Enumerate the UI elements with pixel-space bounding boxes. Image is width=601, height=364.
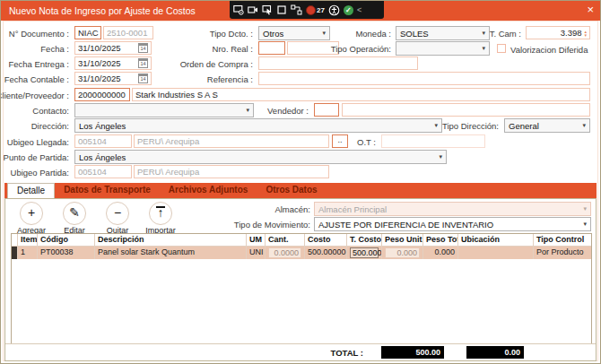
ot-field[interactable] xyxy=(381,134,485,148)
col-item[interactable]: Item xyxy=(18,234,38,247)
col-t-costo[interactable]: T. Costo xyxy=(347,234,382,247)
camera-icon[interactable] xyxy=(248,4,258,15)
tipo-direccion-select[interactable]: General ▾ xyxy=(504,118,590,133)
ubigeo-partida-label: Ubigeo Partida: xyxy=(11,168,69,178)
cliente-name-field: Stark Industries S A S xyxy=(132,88,590,101)
grid-row-1[interactable]: 1 PT00038 Panel solar Stark Quantum UNI … xyxy=(12,247,591,259)
importar-button[interactable]: ↑ Importar xyxy=(140,202,181,235)
ubigeo-partida-code-field: 005104 xyxy=(74,165,132,178)
agregar-button[interactable]: + Agregar xyxy=(11,202,52,235)
direccion-value: Los Ángeles xyxy=(79,121,126,131)
badge-dot-icon xyxy=(306,5,316,15)
accessibility-icon[interactable] xyxy=(328,4,340,16)
spinner-down-icon[interactable]: ▾ xyxy=(584,33,587,37)
col-peso-unit[interactable]: Peso Unit. xyxy=(382,234,423,247)
close-button[interactable]: × xyxy=(587,4,594,16)
tab-datos-transporte[interactable]: Datos de Transporte xyxy=(55,183,160,198)
orden-compra-field[interactable] xyxy=(258,56,418,70)
tipo-dcto-label: Tipo Dcto. : xyxy=(210,29,253,39)
total-value-1: 500.00 xyxy=(381,346,444,359)
tipo-direccion-label: Tipo Dirección: xyxy=(442,121,499,131)
cell-cant[interactable]: 0.0000 xyxy=(266,247,305,259)
tipo-direccion-value: General xyxy=(509,121,539,131)
fecha-contable-field[interactable]: 31/10/2025 14 xyxy=(74,72,152,85)
quitar-button[interactable]: − Quitar xyxy=(97,202,138,235)
col-peso-total[interactable]: Peso Tota xyxy=(423,234,458,247)
pointer-icon[interactable] xyxy=(262,4,273,15)
t-costo-input[interactable]: 500.000 xyxy=(350,247,379,258)
fecha-label: Fecha : xyxy=(40,44,69,54)
vendedor-code-field[interactable] xyxy=(314,103,339,117)
workflow-icon[interactable] xyxy=(291,4,302,15)
tipo-operacion-select[interactable]: ▾ xyxy=(396,41,490,56)
badge-count: 27 xyxy=(317,6,325,14)
cell-descripcion[interactable]: Panel solar Stark Quantum xyxy=(95,247,247,259)
cant-input[interactable]: 0.0000 xyxy=(268,247,301,258)
minus-icon: − xyxy=(106,202,129,225)
col-descripcion[interactable]: Descripción xyxy=(95,234,247,247)
editar-button[interactable]: ✎ Editar xyxy=(54,202,95,235)
col-ubicacion[interactable]: Ubicación xyxy=(458,234,534,247)
collapse-toolbar-icon[interactable]: < xyxy=(357,5,361,14)
detail-panel: + Agregar ✎ Editar − Quitar ↑ Importar A… xyxy=(4,198,597,361)
vendedor-label: Vendedor : xyxy=(267,106,309,116)
cell-codigo[interactable]: PT00038 xyxy=(38,247,95,259)
cell-item[interactable]: 1 xyxy=(18,247,38,259)
cell-tipo-control[interactable]: Por Producto xyxy=(534,247,591,259)
tipo-dcto-select[interactable]: Otros ▾ xyxy=(258,26,330,40)
peso-unit-input[interactable]: 0.000 xyxy=(385,247,420,258)
tab-detalle[interactable]: Detalle xyxy=(7,183,55,198)
cell-peso-total[interactable]: 0.000 xyxy=(423,247,458,259)
ubigeo-llegada-code-field: 005104 xyxy=(74,134,132,148)
status-ok-icon[interactable]: ✓ xyxy=(344,5,353,15)
col-um[interactable]: UM xyxy=(247,234,266,247)
chevron-down-icon: ▾ xyxy=(583,221,587,228)
col-cant[interactable]: Cant. xyxy=(266,234,305,247)
spinner-icons[interactable]: ▴ ▾ xyxy=(584,30,587,37)
punto-partida-select[interactable]: Los Ángeles ▾ xyxy=(74,150,447,164)
referencia-label: Referencia : xyxy=(207,74,253,84)
col-costo[interactable]: Costo xyxy=(305,234,347,247)
nro-real-serie-field[interactable] xyxy=(258,41,285,55)
contacto-select[interactable]: ▾ xyxy=(74,103,254,117)
calendar-icon[interactable]: 14 xyxy=(138,74,148,83)
grid-empty-area xyxy=(12,259,591,343)
cell-um[interactable]: UNI xyxy=(247,247,266,259)
tab-archivos-adjuntos[interactable]: Archivos Adjuntos xyxy=(160,183,257,198)
t-cam-stepper[interactable]: 3.398 ▴ ▾ xyxy=(526,26,590,39)
calendar-icon[interactable]: 14 xyxy=(138,43,148,53)
valorizacion-diferida-label: Valorizacion Diferida xyxy=(510,45,588,55)
fecha-entrega-label: Fecha Entrega : xyxy=(8,59,69,69)
tab-strip: Detalle Datos de Transporte Archivos Adj… xyxy=(4,183,597,198)
doc-serie-field[interactable]: NIAC xyxy=(74,26,101,39)
frame-icon[interactable] xyxy=(276,4,287,15)
moneda-label: Moneda : xyxy=(355,29,391,39)
col-tipo-control[interactable]: Tipo Control xyxy=(534,234,591,247)
fecha-entrega-field[interactable]: 31/10/2025 14 xyxy=(74,56,152,70)
vendedor-name-field[interactable] xyxy=(342,103,590,117)
window-title: Nuevo Nota de Ingreso por Ajuste de Cost… xyxy=(9,5,196,16)
fecha-field[interactable]: 31/10/2025 14 xyxy=(74,41,152,55)
cell-t-costo[interactable]: 500.000 xyxy=(347,247,382,259)
cell-costo[interactable]: 500.00000 xyxy=(305,247,347,259)
col-codigo[interactable]: Código xyxy=(38,234,95,247)
referencia-field[interactable] xyxy=(258,72,590,85)
screen-settings-icon[interactable] xyxy=(233,4,244,15)
tipo-movimiento-select[interactable]: AJUSTE POR DIFERENCIA DE INVENTARIO ▾ xyxy=(314,217,591,231)
orden-compra-label: Orden de Compra : xyxy=(180,59,253,69)
cell-ubicacion[interactable] xyxy=(458,247,534,259)
moneda-select[interactable]: SOLES ▾ xyxy=(396,26,490,40)
notification-badge[interactable]: 27 xyxy=(306,5,325,15)
tab-otros-datos[interactable]: Otros Datos xyxy=(257,183,326,198)
calendar-icon[interactable]: 14 xyxy=(138,58,148,68)
valorizacion-diferida-checkbox[interactable] xyxy=(497,44,506,53)
ubigeo-browse-button[interactable]: .. xyxy=(332,134,348,148)
ubigeo-llegada-label: Ubigeo Llegada: xyxy=(7,137,69,147)
almacen-select: Almacén Principal ▾ xyxy=(314,202,591,216)
direccion-select[interactable]: Los Ángeles ▾ xyxy=(74,118,442,133)
doc-numero-field: 2510-0001 xyxy=(103,26,153,39)
import-icon: ↑ xyxy=(149,202,172,225)
cliente-code-field[interactable]: 2000000000 xyxy=(74,88,130,101)
cell-peso-unit[interactable]: 0.000 xyxy=(382,247,423,259)
almacen-label: Almacén: xyxy=(274,204,310,214)
